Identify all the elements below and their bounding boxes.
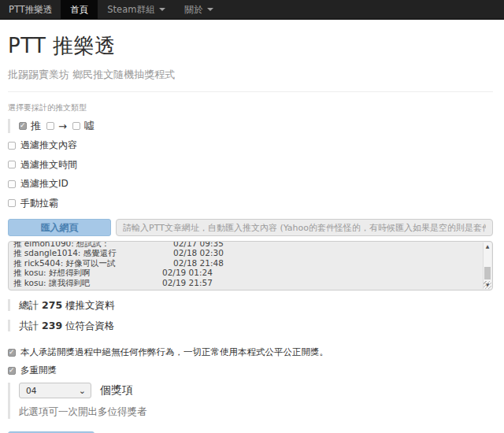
push-line: 推 kosu: 好想得到啊 02/19 01:24 <box>13 268 481 277</box>
prize-select-block: 04 ⌄ 個獎項 此選項可一次開出多位得獎者 <box>8 383 493 419</box>
navbar: PTT推樂透 首頁 Steam群組 關於 <box>0 0 504 20</box>
chevron-down-icon: ⌄ <box>79 387 86 395</box>
push-type-option-push[interactable]: 推 <box>19 119 41 133</box>
filter-row-id[interactable]: 過濾推文ID <box>8 177 493 191</box>
push-line: 推 rick5404: 好像可以一試 02/18 21:48 <box>13 258 481 268</box>
push-line: 推 kosu: 讓我得到吧 02/19 21:57 <box>13 278 481 287</box>
disclaimer-checkbox-row[interactable]: 本人承諾開獎過程中絕無任何作弊行為，一切正常使用本程式公平公正開獎。 <box>8 346 493 358</box>
page-title: PTT 推樂透 <box>8 32 493 60</box>
push-time: 02/18 21:48 <box>173 258 224 268</box>
push-time: 02/18 02:30 <box>173 248 224 257</box>
push-type-option-arrow[interactable]: → <box>46 120 67 132</box>
page-header: PTT 推樂透 批踢踢實業坊 鄉民推文隨機抽獎程式 <box>8 20 493 92</box>
article-url-input[interactable] <box>116 219 493 236</box>
checkbox[interactable] <box>8 142 16 150</box>
main-content: PTT 推樂透 批踢踢實業坊 鄉民推文隨機抽獎程式 選擇要採計的推文類型 推 →… <box>0 20 504 433</box>
checkbox[interactable] <box>8 180 16 188</box>
checkbox[interactable] <box>8 161 16 168</box>
scroll-up-icon[interactable]: ▲ <box>486 242 490 250</box>
multi-draw-checkbox-row[interactable]: 多重開獎 <box>8 365 493 376</box>
checkbox[interactable] <box>19 122 27 130</box>
push-list-content: 推 elmon1090: 想試試： 02/17 09:35 推 sdangle1… <box>9 241 492 287</box>
stat-qualified-value: 239 <box>42 320 62 331</box>
filter-label: 過濾推文ID <box>20 177 69 191</box>
push-type-options: 推 → 噓 <box>8 119 493 133</box>
push-time: 02/19 01:24 <box>162 268 213 277</box>
push-line: 推 sdangle1014: 感覺還行 02/18 02:30 <box>13 248 481 257</box>
push-time: 02/19 21:57 <box>162 278 213 287</box>
prize-unit-label: 個獎項 <box>100 383 133 398</box>
push-type-option-boo[interactable]: 噓 <box>72 119 94 133</box>
nav-item-label: Steam群組 <box>107 0 154 20</box>
prize-select-note: 此選項可一次開出多位得獎者 <box>19 405 493 419</box>
push-list-textarea[interactable]: 推 elmon1090: 想試試： 02/17 09:35 推 sdangle1… <box>8 241 493 291</box>
filter-row-manual-slot[interactable]: 手動拉霸 <box>8 196 493 210</box>
navbar-brand[interactable]: PTT推樂透 <box>0 0 61 19</box>
push-type-option-label: 噓 <box>84 119 94 133</box>
filter-label: 過濾推文內容 <box>20 139 77 152</box>
push-line: 推 elmon1090: 想試試： 02/17 09:35 <box>13 241 481 248</box>
checkbox[interactable] <box>8 199 16 207</box>
stat-qualified-count: 共計 239 位符合資格 <box>8 320 493 331</box>
scrollbar-thumb[interactable] <box>484 267 491 279</box>
prize-count-select[interactable]: 04 ⌄ <box>19 383 91 398</box>
resize-grip-icon[interactable] <box>484 281 491 289</box>
nav-item-about[interactable]: 關於 <box>175 0 223 19</box>
multi-draw-label: 多重開獎 <box>20 365 57 376</box>
import-url-button[interactable]: 匯入網頁 <box>8 219 111 236</box>
filter-label: 手動拉霸 <box>20 197 58 210</box>
filter-label: 過濾推文時間 <box>20 158 77 172</box>
push-time: 02/17 09:35 <box>173 241 224 248</box>
stat-total-value: 275 <box>42 299 62 311</box>
caret-down-icon <box>159 8 165 11</box>
page-subtitle: 批踢踢實業坊 鄉民推文隨機抽獎程式 <box>8 68 493 82</box>
checkbox[interactable] <box>46 122 54 130</box>
filter-list: 過濾推文內容 過濾推文時間 過濾推文ID 手動拉霸 <box>8 139 493 211</box>
push-type-section-label: 選擇要採計的推文類型 <box>8 102 493 113</box>
prize-count-value: 04 <box>26 386 79 395</box>
checkbox[interactable] <box>8 367 16 375</box>
filter-row-content[interactable]: 過濾推文內容 <box>8 139 493 153</box>
nav-item-label: 首頁 <box>70 0 88 20</box>
stat-total-pushes: 總計 275 樓推文資料 <box>8 299 493 311</box>
nav-item-steam-group[interactable]: Steam群組 <box>98 0 175 19</box>
push-type-option-label: → <box>58 120 67 132</box>
nav-item-label: 關於 <box>184 0 202 20</box>
checkbox[interactable] <box>72 122 80 130</box>
nav-item-home[interactable]: 首頁 <box>61 0 98 19</box>
disclaimer-label: 本人承諾開獎過程中絕無任何作弊行為，一切正常使用本程式公平公正開獎。 <box>20 346 328 358</box>
import-row: 匯入網頁 <box>8 219 493 236</box>
caret-down-icon <box>207 8 213 11</box>
push-type-option-label: 推 <box>31 119 41 133</box>
filter-row-time[interactable]: 過濾推文時間 <box>8 157 493 172</box>
checkbox[interactable] <box>8 349 16 357</box>
